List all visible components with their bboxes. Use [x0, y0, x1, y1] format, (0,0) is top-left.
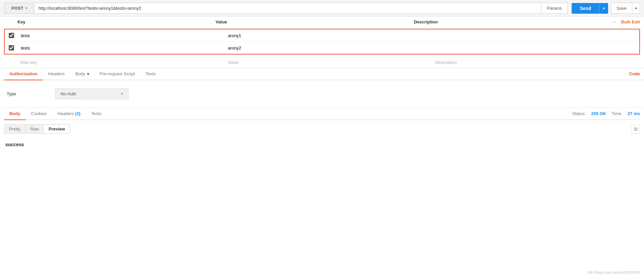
row-2-checkbox[interactable] — [9, 45, 14, 51]
table-row — [5, 42, 639, 54]
row-2-description[interactable] — [432, 42, 639, 54]
save-group: Save ▾ — [611, 3, 640, 14]
status-bar: Status: 200 OK Time: 27 ms — [572, 111, 640, 116]
send-dropdown-button[interactable]: ▾ — [599, 3, 608, 14]
method-label: POST — [11, 6, 23, 11]
tab-body[interactable]: Body — [70, 68, 94, 80]
row-2-value[interactable] — [225, 42, 432, 54]
table-row — [5, 29, 639, 42]
row-1-checkbox[interactable] — [9, 33, 14, 38]
params-table — [4, 29, 640, 55]
col-desc-header: Description — [414, 19, 612, 24]
body-dot-indicator — [87, 73, 89, 75]
resp-tab-headers[interactable]: Headers (3) — [52, 108, 86, 119]
code-button[interactable]: Code — [629, 71, 640, 76]
request-tabs: Authorization Headers Body Pre-request S… — [0, 68, 644, 80]
bulk-edit-button[interactable]: Bulk Edit — [621, 19, 640, 24]
resp-tab-tests[interactable]: Tests — [86, 108, 107, 119]
save-button[interactable]: Save — [611, 3, 632, 14]
tab-authorization[interactable]: Authorization — [4, 68, 43, 80]
response-section: Body Cookies Headers (3) Tests Status: 2… — [0, 108, 644, 151]
params-header: Key Value Description ··· Bulk Edit — [4, 17, 640, 27]
resp-tab-body[interactable]: Body — [4, 108, 26, 119]
col-key-header: Key — [17, 19, 216, 24]
col-value-header: Value — [216, 19, 414, 24]
row-1-checkbox-cell — [5, 29, 18, 41]
headers-badge: (3) — [75, 111, 80, 116]
resp-tab-cookies[interactable]: Cookies — [26, 108, 52, 119]
auth-chevron-icon: ▾ — [121, 92, 123, 96]
auth-type-select[interactable]: No Auth ▾ — [55, 88, 129, 99]
dots-icon: ··· — [612, 19, 616, 24]
params-section: Key Value Description ··· Bulk Edit — [0, 17, 644, 68]
view-tab-pretty[interactable]: Pretty — [4, 124, 25, 134]
row-1-key[interactable] — [18, 30, 225, 41]
response-tabs: Body Cookies Headers (3) Tests Status: 2… — [4, 108, 640, 120]
row-1-value[interactable] — [225, 30, 432, 41]
method-button[interactable]: POST ▾ — [4, 3, 34, 14]
new-param-row: New key Value Description — [4, 57, 640, 68]
response-toolbar: Pretty Raw Preview ⧉ — [4, 120, 640, 138]
tab-pre-request-script[interactable]: Pre-request Script — [94, 68, 140, 80]
auth-selected-value: No Auth — [61, 91, 76, 96]
tab-tests[interactable]: Tests — [140, 68, 161, 80]
new-key-placeholder: New key — [17, 57, 225, 68]
auth-type-label: Type — [7, 91, 47, 96]
response-body-content: success — [4, 138, 640, 151]
send-group: Send ▾ — [572, 3, 608, 14]
time-value: 27 ms — [628, 111, 640, 116]
bulk-edit-area: ··· Bulk Edit — [612, 19, 640, 24]
auth-row: Type No Auth ▾ — [7, 88, 637, 99]
row-2-key[interactable] — [18, 42, 225, 54]
top-bar: POST ▾ Params Send ▾ Save ▾ — [0, 0, 644, 17]
tabs-left: Authorization Headers Body Pre-request S… — [4, 68, 161, 80]
params-button[interactable]: Params — [541, 3, 568, 14]
method-chevron: ▾ — [25, 6, 27, 10]
row-2-checkbox-cell — [5, 42, 18, 54]
response-tabs-left: Body Cookies Headers (3) Tests — [4, 108, 107, 119]
status-label: Status: — [572, 111, 586, 116]
url-input[interactable] — [34, 3, 541, 14]
time-label: Time: — [611, 111, 622, 116]
auth-section: Type No Auth ▾ — [0, 80, 644, 108]
new-desc-placeholder: Description — [433, 57, 640, 68]
status-value: 200 OK — [591, 111, 606, 116]
copy-icon[interactable]: ⧉ — [632, 124, 640, 134]
view-tab-preview[interactable]: Preview — [44, 124, 70, 134]
tab-headers[interactable]: Headers — [43, 68, 70, 80]
save-dropdown-button[interactable]: ▾ — [632, 3, 640, 14]
new-value-placeholder: Value — [225, 57, 432, 68]
view-tabs: Pretty Raw Preview — [4, 121, 70, 136]
send-button[interactable]: Send — [572, 3, 599, 14]
row-1-description[interactable] — [432, 30, 639, 41]
view-tab-raw[interactable]: Raw — [25, 124, 44, 134]
